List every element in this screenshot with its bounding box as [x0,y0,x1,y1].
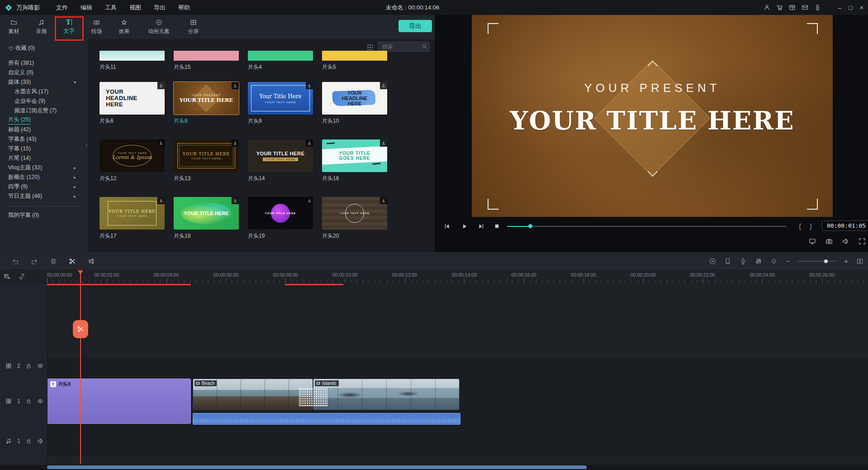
menu-item[interactable]: 文件 [56,4,68,12]
download-icon[interactable] [232,139,239,147]
fullscreen-icon[interactable] [859,238,866,245]
template-thumbnail[interactable]: Your Title Here YOUR TEXT HERE [248,82,313,115]
chevron-icon[interactable]: ▾ [74,80,76,85]
sidebar-item[interactable]: 片头(25) [8,116,82,124]
grid-view-icon[interactable] [366,43,373,50]
render-preview-icon[interactable] [709,258,716,265]
sidebar-item[interactable]: 新概念(120) ▸ [8,173,82,181]
sidebar-item[interactable]: 四季(9) ▸ [8,183,82,191]
title-clip[interactable]: T片头8 [47,379,191,424]
menu-item[interactable]: 帮助 [178,4,190,12]
template-thumbnail[interactable]: YOUR TITLE HERE YOUR TEXT HERE [100,197,165,230]
tab-audio[interactable]: 音频 [28,19,55,35]
tab-effects[interactable]: 效果 [110,19,138,35]
split-scissors-icon[interactable] [69,258,76,265]
account-icon[interactable] [764,4,770,11]
eye-icon[interactable] [37,363,43,369]
undo-icon[interactable] [12,258,19,265]
sidebar-item[interactable]: 媒体(33) ▾ [8,78,82,86]
download-icon[interactable] [232,82,239,89]
record-voiceover-icon[interactable] [740,258,747,265]
auto-ripple-link-icon[interactable] [19,273,25,280]
playhead-line[interactable] [80,272,81,464]
template-thumbnail[interactable]: YOUR TEXT HERE Lorem & Ipsum [100,139,165,172]
download-icon[interactable] [380,197,387,204]
sidebar-item[interactable]: 片尾(14) [8,154,82,162]
close-button[interactable]: × [860,4,863,11]
minimize-button[interactable]: – [838,4,842,11]
lock-icon[interactable] [26,438,32,444]
template-thumbnail[interactable] [322,51,387,61]
zoom-in-icon[interactable]: + [844,257,848,265]
preview-viewport[interactable]: YOUR PRESENT YOUR TITLE HERE [472,15,833,217]
sidebar-item[interactable]: 收藏(0) [8,44,82,52]
video-track-2-lane[interactable] [0,358,868,375]
lock-icon[interactable] [26,398,32,404]
eye-icon[interactable] [37,398,43,404]
search-icon[interactable] [422,43,427,49]
next-frame-button[interactable] [478,223,485,230]
template-thumbnail[interactable]: YOUR TITLE HERE [174,197,239,230]
export-button[interactable]: 导出 [398,20,432,32]
tab-text[interactable]: T文字 [55,19,83,35]
chevron-icon[interactable]: ▸ [74,175,76,180]
transition-overlay[interactable] [299,388,327,406]
video-clip[interactable]: Islands [313,379,460,410]
marker-icon[interactable] [724,258,731,265]
sidebar-item[interactable]: 字幕条(43) [8,135,82,143]
voiceover-icon[interactable] [814,4,821,11]
template-thumbnail[interactable]: YOUR TITLE HERE YOUR TEXT HERE [248,139,313,172]
template-thumbnail[interactable]: YOUR HEADLINE HERE [322,82,387,115]
template-thumbnail[interactable] [174,51,239,61]
store-icon[interactable] [776,4,783,11]
maximize-button[interactable]: □ [849,4,852,11]
external-monitor-icon[interactable] [809,238,816,245]
lock-icon[interactable] [26,363,32,369]
playhead-scissors-handle[interactable] [73,320,88,338]
layout-icon[interactable] [789,4,796,11]
template-thumbnail[interactable]: YOUR HEADLINE HERE [100,82,165,115]
chevron-icon[interactable]: ▸ [74,194,76,199]
menu-item[interactable]: 工具 [105,4,117,12]
download-icon[interactable] [306,139,313,147]
template-thumbnail[interactable]: YOUR PRESENT YOUR TITLE HERE [174,82,239,115]
volume-icon[interactable] [842,238,849,245]
keyframe-icon[interactable] [770,258,778,265]
download-icon[interactable] [157,139,165,147]
template-thumbnail[interactable]: YOUR TITLE HERE YOUR TEXT HERE [174,139,239,172]
sidebar-item[interactable]: 所有(381) [8,59,82,67]
tab-splitscreen[interactable]: 分屏 [180,19,207,35]
download-icon[interactable] [232,197,239,204]
mark-in-icon[interactable]: { [799,222,801,230]
feedback-mail-icon[interactable] [802,4,808,11]
sidebar-item[interactable]: 自定义(0) [8,69,82,77]
adjust-sliders-icon[interactable] [88,258,95,265]
chevron-icon[interactable]: ▸ [74,184,76,189]
sidebar-item[interactable]: 频道订阅点赞(7) [8,107,89,115]
download-icon[interactable] [306,82,313,89]
overlay-subtitle-text[interactable]: YOUR PRESENT [472,81,833,95]
overlay-title-text[interactable]: YOUR TITLE HERE [472,106,833,135]
tab-media[interactable]: 素材 [0,19,28,35]
playback-slider[interactable] [507,226,787,227]
template-thumbnail[interactable] [100,51,165,61]
crop-corner-handle[interactable] [807,23,818,34]
playback-slider-knob[interactable] [528,224,532,228]
zoom-slider-knob[interactable] [824,259,828,263]
timeline-tracks-area[interactable]: T片头8 Beach Islands 2 1 [0,284,868,465]
crop-corner-handle[interactable] [488,199,498,210]
zoom-out-icon[interactable]: − [786,257,790,265]
sidebar-item[interactable]: 水墨古风(17) [8,88,89,96]
download-icon[interactable] [157,82,165,89]
menu-item[interactable]: 视图 [129,4,141,12]
template-thumbnail[interactable]: YOUR TEXT HERE [322,197,387,230]
crop-corner-handle[interactable] [807,199,818,210]
speaker-icon[interactable] [37,438,43,444]
download-icon[interactable] [157,197,165,204]
previous-frame-button[interactable] [443,223,451,230]
timeline-ruler[interactable]: 00:00:00:00 00:00:02:00 00:00:04:00 00:0… [0,270,868,284]
sidebar-item[interactable]: 我的字幕(0) [8,206,82,219]
delete-icon[interactable] [50,258,57,265]
menu-item[interactable]: 编辑 [81,4,92,12]
tab-transitions[interactable]: 转场 [83,19,110,35]
